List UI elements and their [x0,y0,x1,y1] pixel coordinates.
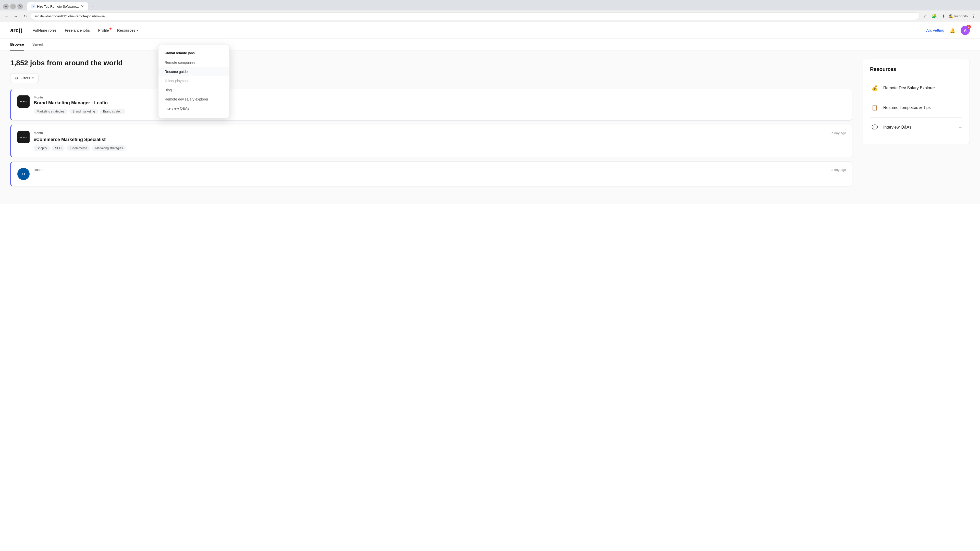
list-item[interactable]: 💬 Interview Q&As → [870,118,963,137]
url-text: arc.dev/dashboard/d/global-remote-jobs/b… [35,14,105,18]
job-tag: Marketing strategies [92,145,126,151]
incognito-icon: 🕵 [949,14,953,18]
resources-dropdown: Global remote jobs Remote companies Resu… [158,44,230,118]
minimize-button[interactable]: ─ [3,3,9,9]
interview-qa-label: Interview Q&As [883,125,954,130]
job-title: Brand Marketing Manager - Leafio [34,100,846,106]
job-tag: Marketing strategies [34,109,67,114]
logo[interactable]: arc() [10,27,22,34]
filter-icon: ⚙ [15,76,18,80]
chevron-down-icon: ▾ [137,29,138,32]
resources-nav-link[interactable]: Resources ▾ [117,28,138,32]
app-header: arc() Full-time roles Freelance jobs Pro… [0,22,980,38]
dropdown-item-salary-explorer[interactable]: Remote dev salary explorer [159,95,229,104]
table-row[interactable]: MONTU Montu a day ago eCommerce Marketin… [10,125,853,157]
main-content: 1,852 jobs from around the world ⚙ Filte… [0,51,980,204]
company-logo: H [18,168,30,180]
browse-tab[interactable]: Browse [10,38,24,51]
dropdown-item-resume-guide[interactable]: Resume guide [159,67,229,76]
incognito-label: Incognito [954,14,968,18]
resume-templates-icon: 📋 [870,103,879,112]
company-logo: MONTU [18,131,30,143]
avatar-notification-badge: 1 [967,25,971,29]
resources-sidebar-title: Resources [870,66,963,72]
menu-icon[interactable]: ⋮ [970,13,977,20]
resume-templates-label: Resume Templates & Tips [883,105,954,110]
nav-links: Full-time roles Freelance jobs Profile R… [33,28,138,32]
job-info: Montu Brand Marketing Manager - Leafio M… [34,95,846,114]
tab-favicon: a [32,4,35,8]
fulltime-nav-link[interactable]: Full-time roles [33,28,57,32]
browser-titlebar: ─ ▭ ✕ a Hire Top Remote Software Dev... … [0,0,980,11]
profile-nav-link[interactable]: Profile [98,28,109,32]
notification-icon[interactable]: 🔔 [948,26,956,35]
dropdown-item-blog[interactable]: Blog [159,86,229,95]
job-time: a day ago [832,131,846,135]
job-tags: Marketing strategies Brand marketing Bra… [34,109,846,114]
list-item[interactable]: 💰 Remote Dev Salary Explorer → [870,78,963,98]
resources-sidebar: Resources 💰 Remote Dev Salary Explorer →… [862,59,970,144]
filters-chevron-icon: ▾ [32,76,34,80]
interview-qa-icon: 💬 [870,123,879,132]
job-info: Hasbro a day ago [34,168,846,174]
salary-explorer-label: Remote Dev Salary Explorer [883,86,954,90]
forward-button[interactable]: → [12,13,19,20]
filters-button[interactable]: ⚙ Filters ▾ [10,73,38,83]
arrow-icon: → [958,125,963,130]
job-title: eCommerce Marketing Specialist [34,137,846,142]
dropdown-item-remote-companies[interactable]: Remote companies [159,58,229,67]
company-name: Hasbro [34,168,45,171]
job-tag: E-commerce [67,145,90,151]
sidebar: Resources 💰 Remote Dev Salary Explorer →… [862,59,970,196]
download-icon[interactable]: ⬇ [940,13,947,20]
browser-toolbar: ← → ↻ arc.dev/dashboard/d/global-remote-… [0,11,980,22]
active-tab[interactable]: a Hire Top Remote Software Dev... ✕ [27,2,88,11]
arrow-icon: → [958,105,963,110]
filters-bar: ⚙ Filters ▾ [10,73,853,83]
dropdown-section-title: Global remote jobs [159,50,229,58]
job-tag: SEO [52,145,65,151]
company-logo: MONTU [18,95,30,108]
tab-title: Hire Top Remote Software Dev... [37,5,80,8]
incognito-badge: 🕵 Incognito [949,14,968,18]
dropdown-item-talent-playbook: Talent playbook [159,76,229,86]
browser-chrome: ─ ▭ ✕ a Hire Top Remote Software Dev... … [0,0,980,22]
job-info: Montu a day ago eCommerce Marketing Spec… [34,131,846,151]
arrow-icon: → [958,86,963,91]
avatar-initials: A [964,28,966,32]
tab-bar: a Hire Top Remote Software Dev... ✕ + [27,2,97,11]
company-name: Montu [34,95,846,99]
job-tag: Brand strate... [100,109,125,114]
job-tag: Shopify [34,145,50,151]
arc-vetting-button[interactable]: Arc vetting [926,28,944,32]
reload-button[interactable]: ↻ [21,13,29,20]
job-time: a day ago [832,168,846,171]
browser-window-controls[interactable]: ─ ▭ ✕ [3,3,23,9]
bookmark-icon[interactable]: ☆ [921,13,929,20]
avatar[interactable]: A 1 [961,26,970,35]
table-row[interactable]: H Hasbro a day ago [10,162,853,186]
list-item[interactable]: 📋 Resume Templates & Tips → [870,98,963,118]
profile-notification-dot [110,27,111,30]
job-header: Montu a day ago [34,131,846,136]
salary-explorer-icon: 💰 [870,83,879,93]
content-left: 1,852 jobs from around the world ⚙ Filte… [10,59,853,196]
table-row[interactable]: MONTU Montu Brand Marketing Manager - Le… [10,89,853,121]
tab-close-icon[interactable]: ✕ [81,4,84,8]
close-button[interactable]: ✕ [18,3,23,9]
saved-tab[interactable]: Saved [32,38,43,51]
job-tags: Shopify SEO E-commerce Marketing strateg… [34,145,846,151]
back-button[interactable]: ← [3,13,10,20]
page-tabs: Browse Saved [0,38,980,51]
job-header: Hasbro a day ago [34,168,846,173]
page-title: 1,852 jobs from around the world [10,59,853,67]
new-tab-button[interactable]: + [89,3,97,11]
header-right: Arc vetting 🔔 A 1 [926,26,970,35]
freelance-nav-link[interactable]: Freelance jobs [65,28,90,32]
extensions-icon[interactable]: 🧩 [931,13,938,20]
dropdown-item-interview-qas[interactable]: Interview Q&As [159,104,229,113]
toolbar-right: ☆ 🧩 ⬇ 🕵 Incognito ⋮ [921,13,977,20]
company-name: Montu [34,131,43,135]
restore-button[interactable]: ▭ [10,3,16,9]
address-bar[interactable]: arc.dev/dashboard/d/global-remote-jobs/b… [30,13,920,20]
